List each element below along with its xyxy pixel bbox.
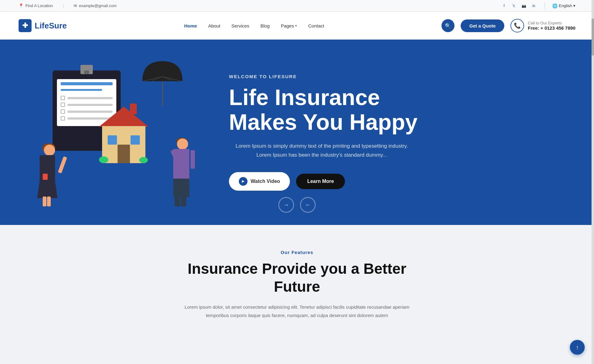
fm-arm-right — [191, 150, 195, 169]
get-quote-button[interactable]: Get a Quote — [461, 19, 504, 32]
house-body — [102, 126, 145, 163]
email-item[interactable]: ✉ example@gmail.com — [74, 3, 117, 8]
features-title-line1: Insurance Provide you a Better — [188, 260, 407, 277]
nav-right: 🔍 Get a Quote 📞 Call to Our Experts Free… — [441, 19, 575, 32]
twitter-icon[interactable]: 𝕏 — [510, 2, 517, 9]
fm-leg-right — [181, 197, 186, 206]
logo-cross-icon: ✚ — [22, 22, 28, 30]
email-icon: ✉ — [74, 3, 77, 8]
doc-row — [61, 103, 113, 107]
instagram-icon[interactable]: 📷 — [520, 2, 527, 9]
hero-title-line1: Life Insurance — [229, 85, 380, 110]
chevron-down-icon: ▾ — [573, 3, 575, 8]
features-tag: Our Features — [25, 250, 569, 255]
main-nav: Home About Services Blog Pages ▾ Contact — [184, 23, 324, 28]
hero-graphic — [28, 58, 201, 206]
hero-title-line2: Makes You Happy — [229, 110, 418, 134]
nav-home[interactable]: Home — [184, 23, 197, 28]
phone-icon: 📞 — [510, 19, 524, 32]
umbrella-top — [142, 61, 183, 81]
fw-leg-left — [43, 197, 46, 206]
house-door — [118, 145, 130, 163]
bush-right — [139, 157, 148, 163]
email-label: example@gmail.com — [79, 3, 117, 8]
features-section: Our Features Insurance Provide you a Bet… — [0, 225, 594, 338]
umbrella-svg — [142, 61, 183, 81]
bush-left — [99, 156, 108, 163]
hero-buttons: ▶ Watch Video Learn More — [229, 172, 569, 191]
features-description: Lorem ipsum dolor, sit amet consectetur … — [179, 303, 415, 320]
hero-illustration — [25, 58, 204, 206]
nav-pages[interactable]: Pages ▾ — [281, 23, 297, 28]
phone-handset-icon: 📞 — [514, 22, 521, 29]
logo-text: LifeSure — [35, 21, 67, 31]
search-button[interactable]: 🔍 — [441, 19, 454, 32]
watch-video-button[interactable]: ▶ Watch Video — [229, 172, 290, 191]
lang-divider — [544, 3, 545, 9]
house-window-left — [108, 135, 117, 145]
linkedin-icon[interactable]: in — [530, 2, 537, 9]
hero-section: WELCOME TO LIFESURE Life Insurance Makes… — [0, 40, 594, 225]
logo[interactable]: ✚ LifeSure — [19, 19, 67, 32]
globe-icon: 🌐 — [552, 3, 557, 8]
phone-info: Call to Our Experts Free: + 0123 456 789… — [528, 21, 575, 31]
social-icons: f 𝕏 📷 in — [501, 2, 537, 9]
fm-head — [177, 138, 188, 150]
nav-blog[interactable]: Blog — [260, 23, 270, 28]
figure-woman — [37, 145, 62, 206]
house-illustration — [99, 108, 148, 163]
location-item[interactable]: 📍 Find A Location — [19, 3, 53, 8]
fw-badge — [43, 174, 48, 180]
language-label: English — [559, 3, 572, 8]
house-window-right — [131, 135, 140, 145]
facebook-icon[interactable]: f — [501, 2, 507, 9]
divider: | — [63, 3, 64, 8]
nav-services[interactable]: Services — [231, 23, 249, 28]
fm-leg-left — [174, 197, 180, 206]
hero-slider-arrows: → ← — [278, 197, 316, 213]
hero-description: Lorem Ipsum is simply dummy text of the … — [229, 142, 415, 160]
umbrella-illustration — [142, 61, 183, 106]
fm-pants — [173, 179, 189, 197]
top-bar: 📍 Find A Location | ✉ example@gmail.com … — [0, 0, 594, 12]
doc-row — [61, 96, 113, 100]
hero-title: Life Insurance Makes You Happy — [229, 85, 569, 134]
slider-next-button[interactable]: → — [278, 197, 294, 213]
figure-man — [170, 138, 195, 206]
navbar: ✚ LifeSure Home About Services Blog Page… — [0, 12, 594, 40]
house-chimney — [130, 104, 137, 114]
phone-number: Free: + 0123 456 7890 — [528, 25, 575, 31]
scrollbar-thumb[interactable] — [592, 19, 594, 56]
play-icon: ▶ — [239, 177, 248, 186]
phone-section: 📞 Call to Our Experts Free: + 0123 456 7… — [510, 19, 575, 32]
features-title-line2: Future — [274, 278, 320, 295]
learn-more-button[interactable]: Learn More — [296, 174, 345, 189]
logo-icon: ✚ — [19, 19, 32, 32]
fw-arm-right — [58, 156, 67, 174]
scrollbar[interactable] — [592, 0, 594, 338]
house-roof — [99, 107, 148, 127]
search-icon: 🔍 — [445, 23, 451, 29]
top-bar-left: 📍 Find A Location | ✉ example@gmail.com — [19, 3, 117, 8]
slider-prev-button[interactable]: ← — [300, 197, 316, 213]
fw-skirt — [37, 181, 58, 198]
phone-label: Call to Our Experts — [528, 21, 575, 25]
features-title: Insurance Provide you a Better Future — [25, 260, 569, 295]
hero-content: WELCOME TO LIFESURE Life Insurance Makes… — [204, 74, 569, 190]
top-bar-right: f 𝕏 📷 in 🌐 English ▾ — [501, 2, 575, 9]
nav-about[interactable]: About — [208, 23, 220, 28]
umbrella-handle — [162, 81, 163, 106]
pages-dropdown-arrow: ▾ — [295, 24, 297, 28]
fw-body — [40, 155, 55, 183]
location-label: Find A Location — [25, 3, 53, 8]
location-icon: 📍 — [19, 3, 24, 8]
language-selector[interactable]: 🌐 English ▾ — [552, 3, 575, 8]
nav-contact[interactable]: Contact — [308, 23, 324, 28]
doc-clip — [80, 65, 93, 74]
fw-head — [44, 145, 55, 156]
hero-subtitle: WELCOME TO LIFESURE — [229, 74, 569, 79]
fw-leg-right — [47, 197, 51, 206]
watch-video-label: Watch Video — [251, 179, 280, 184]
